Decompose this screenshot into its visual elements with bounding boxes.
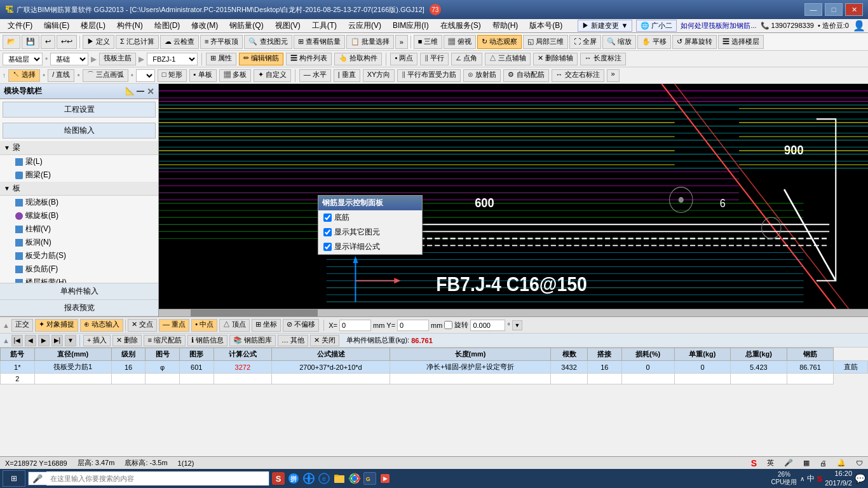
scale-rebar-btn[interactable]: ≡ 缩尺配筋 bbox=[144, 335, 185, 346]
nav-item-cast-slab[interactable]: 现浇板(B) bbox=[0, 196, 158, 209]
intersection-btn[interactable]: ✕ 交点 bbox=[128, 319, 157, 332]
vertical-btn[interactable]: | 垂直 bbox=[334, 69, 360, 82]
menu-floor[interactable]: 楼层(L) bbox=[76, 19, 111, 32]
rect-btn[interactable]: □ 矩形 bbox=[158, 69, 187, 82]
menu-draw[interactable]: 绘图(D) bbox=[149, 19, 186, 32]
canvas-area[interactable]: 600 6 900 FB7.J-4 C16@150 bbox=[159, 84, 868, 309]
arc-btn[interactable]: ⌒ 三点画弧 bbox=[83, 69, 128, 82]
nav-first-btn[interactable]: |◀ bbox=[11, 335, 23, 346]
rotate-checkbox[interactable] bbox=[444, 321, 452, 329]
parallel-rebar-btn[interactable]: ∥ 平行布置受力筋 bbox=[397, 69, 461, 82]
component-list-btn[interactable]: ☰ 构件列表 bbox=[286, 53, 332, 65]
nav-next-btn[interactable]: ▶ bbox=[38, 335, 50, 346]
align-top-btn[interactable]: ≡ 齐平板顶 bbox=[200, 35, 243, 49]
del-aux-btn[interactable]: ✕ 删除辅轴 bbox=[533, 53, 578, 65]
insert-btn[interactable]: + 插入 bbox=[83, 335, 111, 346]
properties-btn[interactable]: ⊞ 属性 bbox=[206, 53, 236, 65]
3d-btn[interactable]: ■ 三维 bbox=[414, 35, 443, 49]
top-btn[interactable]: △ 顶点 bbox=[219, 319, 250, 332]
project-setup-btn[interactable]: 工程设置 bbox=[3, 102, 156, 118]
x-input[interactable] bbox=[339, 320, 371, 331]
nav-item-col-cap[interactable]: 柱帽(V) bbox=[0, 222, 158, 236]
nav-item-circle-beam[interactable]: 圈梁(E) bbox=[0, 168, 158, 182]
two-point-btn[interactable]: • 两点 bbox=[390, 53, 417, 65]
line-btn[interactable]: / 直线 bbox=[48, 69, 74, 82]
nav-item-slab-neg-rebar[interactable]: 板负筋(F) bbox=[0, 262, 158, 276]
maximize-button[interactable]: □ bbox=[825, 3, 843, 16]
more2-btn[interactable]: » bbox=[607, 69, 620, 82]
window-controls[interactable]: — □ ✕ bbox=[804, 3, 863, 16]
nav-group-slab[interactable]: ▼板 bbox=[0, 182, 158, 196]
zoom-btn[interactable]: 🔍 缩放 bbox=[602, 35, 636, 49]
parallel-btn[interactable]: ∥ 平行 bbox=[420, 53, 449, 65]
gx-btn[interactable]: 🌐 广小二 bbox=[636, 20, 677, 32]
three-aux-btn[interactable]: △ 三点辅轴 bbox=[485, 53, 531, 65]
auto-config-btn[interactable]: ⚙ 自动配筋 bbox=[503, 69, 548, 82]
length-mark-btn[interactable]: ↔ 长度标注 bbox=[580, 53, 626, 65]
taskbar-app-browser[interactable] bbox=[302, 472, 315, 485]
menu-modify[interactable]: 修改(M) bbox=[186, 19, 223, 32]
drawing-input-btn[interactable]: 绘图输入 bbox=[3, 123, 156, 139]
dynamic-input-btn[interactable]: ⊕ 动态输入 bbox=[80, 319, 123, 332]
fullscreen-btn[interactable]: ⛶ 全屏 bbox=[569, 35, 601, 49]
no-offset-btn[interactable]: ⊘ 不偏移 bbox=[283, 319, 319, 332]
rebar-main-btn[interactable]: 筏板主筋 bbox=[99, 53, 136, 65]
lr-mark-btn[interactable]: ↔ 交左右标注 bbox=[552, 69, 604, 82]
new-change-btn[interactable]: ▶ 新建变更 ▼ bbox=[578, 20, 632, 32]
taskbar-app-ggj[interactable]: G bbox=[363, 472, 376, 485]
single-component-btn[interactable]: 单构件输入 bbox=[0, 283, 158, 300]
table-row-2[interactable]: 2 bbox=[1, 374, 868, 384]
angle-btn[interactable]: ∠ 点角 bbox=[451, 53, 482, 65]
menu-online[interactable]: 在线服务(S) bbox=[435, 19, 486, 32]
pick-component-btn[interactable]: 👆 拾取构件 bbox=[334, 53, 382, 65]
report-preview-btn[interactable]: 报表预览 bbox=[0, 300, 158, 316]
midpoint-btn[interactable]: — 重点 bbox=[159, 319, 189, 332]
nav-item-beam-l[interactable]: 梁(L) bbox=[0, 155, 158, 168]
screen-rotate-btn[interactable]: ↺ 屏幕旋转 bbox=[672, 35, 717, 49]
menu-edit[interactable]: 编辑(E) bbox=[39, 19, 74, 32]
taskbar-search-input[interactable] bbox=[46, 471, 269, 485]
horizontal-btn[interactable]: — 水平 bbox=[299, 69, 331, 82]
rotate-down-btn[interactable]: ▼ bbox=[512, 320, 522, 330]
coord-btn[interactable]: ⊞ 坐标 bbox=[252, 319, 281, 332]
top-view-btn[interactable]: ▦ 俯视 bbox=[444, 35, 475, 49]
redo-btn[interactable]: ↩↩ bbox=[57, 35, 77, 49]
calculate-btn[interactable]: Σ 汇总计算 bbox=[116, 35, 159, 49]
object-snap-btn[interactable]: ✦ 对象捕捉 bbox=[35, 319, 78, 332]
rotate-input[interactable] bbox=[470, 320, 505, 331]
y-input[interactable] bbox=[397, 320, 429, 331]
orthogonal-btn[interactable]: 正交 bbox=[11, 319, 33, 332]
cb-show-formula[interactable]: 显示详细公式 bbox=[318, 240, 422, 254]
menu-component[interactable]: 构件(N) bbox=[112, 19, 148, 32]
more-btn[interactable]: » bbox=[395, 35, 408, 49]
layer-dropdown[interactable]: 基础层 bbox=[3, 53, 43, 65]
notification-btn[interactable]: 💬 bbox=[855, 473, 865, 484]
batch-select-btn[interactable]: 📋 批量选择 bbox=[346, 35, 394, 49]
taskbar-app-pinyin[interactable]: 拼 bbox=[287, 472, 300, 485]
menu-file[interactable]: 文件(F) bbox=[3, 19, 37, 32]
dynamic-observe-btn[interactable]: ↻ 动态观察 bbox=[477, 35, 522, 49]
taskbar-app-chrome[interactable] bbox=[348, 472, 361, 485]
menu-bim[interactable]: BIM应用(I) bbox=[388, 19, 434, 32]
nav-item-slab-rebar[interactable]: 板受力筋(S) bbox=[0, 249, 158, 262]
start-button[interactable]: ⊞ bbox=[3, 470, 25, 487]
view-rebar-btn[interactable]: ⊞ 查看钢筋量 bbox=[294, 35, 345, 49]
select-mode-btn[interactable]: ↖ 选择 bbox=[8, 69, 40, 82]
close-panel-btn[interactable]: ✕ 关闭 bbox=[310, 335, 339, 346]
table-row[interactable]: 1* 筏板受力筋1 16 φ 601 3272 2700+37*d-20+10*… bbox=[1, 361, 868, 374]
menu-view[interactable]: 视图(V) bbox=[270, 19, 306, 32]
save-btn[interactable]: 💾 bbox=[22, 35, 39, 49]
close-button[interactable]: ✕ bbox=[845, 3, 863, 16]
nav-item-floor-band[interactable]: 楼层板带(H) bbox=[0, 276, 158, 283]
edit-rebar-btn[interactable]: ✏ 编辑钢筋 bbox=[239, 53, 283, 65]
other-btn[interactable]: … 其他 bbox=[278, 335, 308, 346]
menu-tools[interactable]: 工具(T) bbox=[307, 19, 342, 32]
menu-rebar-qty[interactable]: 钢筋量(Q) bbox=[224, 19, 268, 32]
taskbar-app-ie[interactable]: e bbox=[318, 472, 330, 485]
select-floor-btn[interactable]: ☰ 选择楼层 bbox=[718, 35, 764, 49]
nav-last-btn[interactable]: ▶| bbox=[51, 335, 63, 346]
help-link[interactable]: 如何处理筏板附加钢筋... bbox=[681, 21, 756, 30]
sys-tray-expand[interactable]: ∧ bbox=[800, 475, 804, 482]
cb-show-others[interactable]: 显示其它图元 bbox=[318, 225, 422, 240]
custom-btn[interactable]: ✦ 自定义 bbox=[254, 69, 291, 82]
